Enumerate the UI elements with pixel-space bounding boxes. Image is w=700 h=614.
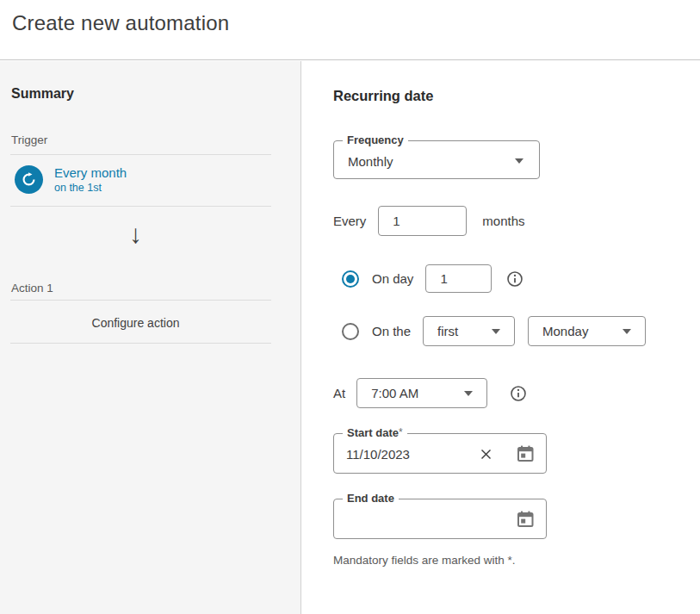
on-the-row: On the first Monday [342,316,646,346]
interval-prefix-label: Every [333,214,366,228]
frequency-label: Frequency [343,133,408,146]
calendar-icon[interactable] [515,509,536,530]
start-date-label: Start date* [343,426,407,439]
on-day-row: On day [342,264,523,293]
summary-panel: Summary Trigger Every month on the 1st ↓… [0,61,301,614]
time-row: At 7:00 AM [333,378,527,408]
divider [10,300,271,301]
on-day-input[interactable] [425,264,492,293]
configure-action-button[interactable]: Configure action [0,316,271,330]
info-icon[interactable] [506,270,523,288]
interval-suffix-label: months [482,214,524,228]
weekday-value: Monday [542,324,588,338]
info-icon[interactable] [510,385,527,402]
recurring-date-panel: Recurring date Frequency Monthly Every m… [302,61,700,614]
on-day-radio[interactable] [342,270,359,288]
summary-heading: Summary [11,86,74,102]
end-date-field[interactable]: End date [333,499,547,539]
divider [10,154,271,155]
time-value: 7:00 AM [371,386,418,400]
arrow-down-icon: ↓ [0,221,271,247]
trigger-summary-item[interactable]: Every month on the 1st [15,165,127,195]
ordinal-value: first [437,324,458,338]
calendar-icon[interactable] [515,443,536,464]
time-select[interactable]: 7:00 AM [356,378,487,408]
dialog-header: Create new automation [0,0,700,60]
divider [10,206,271,207]
caret-down-icon [623,329,631,334]
caret-down-icon [492,329,500,334]
trigger-section-label: Trigger [11,133,47,146]
frequency-select[interactable]: Frequency Monthly [333,140,540,179]
trigger-title: Every month [54,164,127,181]
trigger-summary-text: Every month on the 1st [54,164,127,195]
caret-down-icon [464,391,473,396]
start-date-field[interactable]: Start date* 11/10/2023 [333,433,547,474]
on-the-label: On the [372,324,411,338]
recurrence-icon [15,165,43,194]
interval-row: Every months [333,206,525,236]
end-date-label: End date [343,492,399,505]
on-the-radio[interactable] [342,323,359,340]
page-title: Create new automation [12,11,229,35]
time-prefix-label: At [333,386,345,400]
action-section-label: Action 1 [11,282,53,295]
clear-start-date-button[interactable] [480,448,492,461]
mandatory-fields-note: Mandatory fields are marked with *. [333,554,516,567]
start-date-value: 11/10/2023 [346,447,410,462]
caret-down-icon [515,158,523,164]
trigger-subtitle: on the 1st [54,181,127,195]
weekday-select[interactable]: Monday [528,316,646,346]
interval-input[interactable] [378,206,467,236]
divider [10,343,271,344]
on-day-label: On day [372,271,413,286]
ordinal-select[interactable]: first [423,316,515,346]
frequency-value: Monthly [348,154,393,169]
required-marker: * [399,426,403,438]
create-automation-dialog: Create new automation Summary Trigger Ev… [0,0,700,614]
form-heading: Recurring date [333,88,433,104]
